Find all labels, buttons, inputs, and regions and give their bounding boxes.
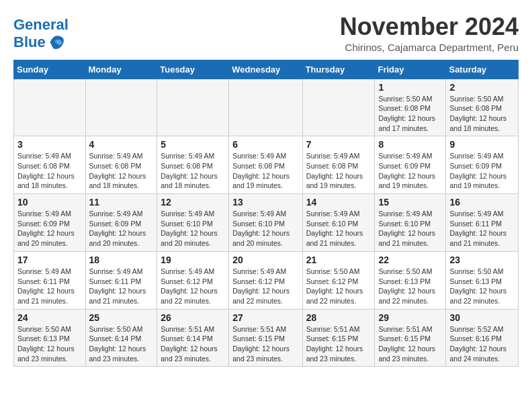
calendar-cell bbox=[302, 79, 375, 136]
weekday-header: Monday bbox=[85, 60, 157, 79]
calendar-cell: 30Sunrise: 5:52 AM Sunset: 6:16 PM Dayli… bbox=[446, 309, 519, 367]
weekday-header: Saturday bbox=[446, 60, 519, 79]
day-info: Sunrise: 5:50 AM Sunset: 6:13 PM Dayligh… bbox=[17, 324, 82, 364]
calendar-cell: 24Sunrise: 5:50 AM Sunset: 6:13 PM Dayli… bbox=[14, 309, 86, 367]
calendar-cell: 15Sunrise: 5:49 AM Sunset: 6:10 PM Dayli… bbox=[375, 194, 446, 252]
calendar-cell: 6Sunrise: 5:49 AM Sunset: 6:08 PM Daylig… bbox=[229, 136, 302, 194]
logo-icon bbox=[47, 33, 66, 52]
day-info: Sunrise: 5:49 AM Sunset: 6:08 PM Dayligh… bbox=[161, 151, 225, 191]
day-number: 25 bbox=[89, 312, 154, 323]
day-number: 24 bbox=[17, 312, 82, 323]
day-info: Sunrise: 5:51 AM Sunset: 6:15 PM Dayligh… bbox=[232, 324, 298, 364]
day-info: Sunrise: 5:49 AM Sunset: 6:10 PM Dayligh… bbox=[232, 209, 298, 248]
calendar-cell: 10Sunrise: 5:49 AM Sunset: 6:09 PM Dayli… bbox=[14, 194, 86, 252]
calendar-cell: 1Sunrise: 5:50 AM Sunset: 6:08 PM Daylig… bbox=[375, 79, 446, 136]
day-info: Sunrise: 5:50 AM Sunset: 6:13 PM Dayligh… bbox=[449, 267, 515, 306]
calendar-cell: 9Sunrise: 5:49 AM Sunset: 6:09 PM Daylig… bbox=[446, 136, 519, 194]
day-info: Sunrise: 5:50 AM Sunset: 6:12 PM Dayligh… bbox=[306, 267, 371, 306]
calendar-cell: 21Sunrise: 5:50 AM Sunset: 6:12 PM Dayli… bbox=[302, 251, 375, 309]
calendar-cell: 26Sunrise: 5:51 AM Sunset: 6:14 PM Dayli… bbox=[157, 309, 229, 367]
logo-blue-text: Blue bbox=[13, 34, 46, 50]
day-number: 18 bbox=[89, 255, 154, 265]
weekday-header: Tuesday bbox=[157, 60, 229, 79]
calendar-cell: 20Sunrise: 5:49 AM Sunset: 6:12 PM Dayli… bbox=[229, 251, 302, 309]
calendar-cell bbox=[157, 79, 229, 136]
day-info: Sunrise: 5:49 AM Sunset: 6:11 PM Dayligh… bbox=[89, 267, 154, 306]
day-info: Sunrise: 5:49 AM Sunset: 6:09 PM Dayligh… bbox=[89, 209, 154, 248]
day-info: Sunrise: 5:49 AM Sunset: 6:10 PM Dayligh… bbox=[378, 209, 442, 248]
weekday-header: Wednesday bbox=[229, 60, 302, 79]
day-number: 13 bbox=[232, 197, 298, 208]
calendar-header: SundayMondayTuesdayWednesdayThursdayFrid… bbox=[14, 60, 519, 79]
day-number: 9 bbox=[449, 139, 515, 150]
day-number: 30 bbox=[449, 312, 515, 323]
day-number: 5 bbox=[161, 139, 225, 150]
day-info: Sunrise: 5:49 AM Sunset: 6:08 PM Dayligh… bbox=[306, 151, 371, 191]
calendar-table: SundayMondayTuesdayWednesdayThursdayFrid… bbox=[13, 60, 519, 367]
day-info: Sunrise: 5:49 AM Sunset: 6:11 PM Dayligh… bbox=[449, 209, 515, 248]
day-number: 11 bbox=[89, 197, 154, 208]
day-info: Sunrise: 5:49 AM Sunset: 6:08 PM Dayligh… bbox=[89, 151, 154, 191]
calendar-cell bbox=[85, 79, 157, 136]
calendar-body: 1Sunrise: 5:50 AM Sunset: 6:08 PM Daylig… bbox=[14, 79, 519, 367]
calendar-cell: 12Sunrise: 5:49 AM Sunset: 6:10 PM Dayli… bbox=[157, 194, 229, 252]
day-info: Sunrise: 5:50 AM Sunset: 6:08 PM Dayligh… bbox=[449, 94, 515, 134]
calendar-cell: 23Sunrise: 5:50 AM Sunset: 6:13 PM Dayli… bbox=[446, 251, 519, 309]
day-number: 7 bbox=[306, 139, 371, 150]
day-info: Sunrise: 5:49 AM Sunset: 6:10 PM Dayligh… bbox=[306, 209, 371, 248]
day-number: 27 bbox=[232, 312, 298, 323]
day-number: 16 bbox=[449, 197, 515, 208]
logo: General Blue bbox=[13, 17, 69, 52]
day-info: Sunrise: 5:49 AM Sunset: 6:08 PM Dayligh… bbox=[232, 151, 298, 191]
day-number: 4 bbox=[89, 139, 154, 150]
day-number: 1 bbox=[378, 82, 442, 93]
day-info: Sunrise: 5:49 AM Sunset: 6:09 PM Dayligh… bbox=[17, 209, 82, 248]
calendar-cell: 29Sunrise: 5:51 AM Sunset: 6:15 PM Dayli… bbox=[375, 309, 446, 367]
day-number: 19 bbox=[161, 255, 225, 265]
day-number: 28 bbox=[306, 312, 371, 323]
weekday-header: Sunday bbox=[14, 60, 86, 79]
calendar-cell: 7Sunrise: 5:49 AM Sunset: 6:08 PM Daylig… bbox=[302, 136, 375, 194]
day-info: Sunrise: 5:50 AM Sunset: 6:14 PM Dayligh… bbox=[89, 324, 154, 364]
day-number: 17 bbox=[17, 255, 82, 265]
day-number: 12 bbox=[161, 197, 225, 208]
calendar-cell: 17Sunrise: 5:49 AM Sunset: 6:11 PM Dayli… bbox=[14, 251, 86, 309]
calendar-week-row: 17Sunrise: 5:49 AM Sunset: 6:11 PM Dayli… bbox=[14, 251, 519, 309]
day-number: 6 bbox=[232, 139, 298, 150]
day-number: 20 bbox=[232, 255, 298, 265]
calendar-cell: 2Sunrise: 5:50 AM Sunset: 6:08 PM Daylig… bbox=[446, 79, 519, 136]
title-block: November 2024 Chirinos, Cajamarca Depart… bbox=[340, 13, 519, 53]
calendar-cell: 14Sunrise: 5:49 AM Sunset: 6:10 PM Dayli… bbox=[302, 194, 375, 252]
day-info: Sunrise: 5:49 AM Sunset: 6:12 PM Dayligh… bbox=[161, 267, 225, 306]
location-title: Chirinos, Cajamarca Department, Peru bbox=[340, 42, 519, 53]
month-title: November 2024 bbox=[340, 13, 519, 40]
day-info: Sunrise: 5:49 AM Sunset: 6:10 PM Dayligh… bbox=[161, 209, 225, 248]
day-info: Sunrise: 5:49 AM Sunset: 6:12 PM Dayligh… bbox=[232, 267, 298, 306]
day-info: Sunrise: 5:50 AM Sunset: 6:08 PM Dayligh… bbox=[378, 94, 442, 134]
day-info: Sunrise: 5:49 AM Sunset: 6:11 PM Dayligh… bbox=[17, 267, 82, 306]
day-info: Sunrise: 5:51 AM Sunset: 6:14 PM Dayligh… bbox=[161, 324, 225, 364]
day-number: 23 bbox=[449, 255, 515, 265]
day-info: Sunrise: 5:51 AM Sunset: 6:15 PM Dayligh… bbox=[378, 324, 442, 364]
day-info: Sunrise: 5:49 AM Sunset: 6:09 PM Dayligh… bbox=[378, 151, 442, 191]
logo-text: General bbox=[13, 17, 69, 33]
calendar-cell: 5Sunrise: 5:49 AM Sunset: 6:08 PM Daylig… bbox=[157, 136, 229, 194]
weekday-header: Thursday bbox=[302, 60, 375, 79]
calendar-cell: 11Sunrise: 5:49 AM Sunset: 6:09 PM Dayli… bbox=[85, 194, 157, 252]
calendar-cell: 28Sunrise: 5:51 AM Sunset: 6:15 PM Dayli… bbox=[302, 309, 375, 367]
calendar-cell: 22Sunrise: 5:50 AM Sunset: 6:13 PM Dayli… bbox=[375, 251, 446, 309]
day-number: 22 bbox=[378, 255, 442, 265]
calendar-cell bbox=[229, 79, 302, 136]
day-number: 8 bbox=[378, 139, 442, 150]
day-number: 14 bbox=[306, 197, 371, 208]
calendar-week-row: 10Sunrise: 5:49 AM Sunset: 6:09 PM Dayli… bbox=[14, 194, 519, 252]
page-header: General Blue November 2024 Chirinos, Caj… bbox=[13, 13, 519, 53]
calendar-cell: 27Sunrise: 5:51 AM Sunset: 6:15 PM Dayli… bbox=[229, 309, 302, 367]
calendar-cell: 19Sunrise: 5:49 AM Sunset: 6:12 PM Dayli… bbox=[157, 251, 229, 309]
day-info: Sunrise: 5:49 AM Sunset: 6:08 PM Dayligh… bbox=[17, 151, 82, 191]
calendar-cell: 25Sunrise: 5:50 AM Sunset: 6:14 PM Dayli… bbox=[85, 309, 157, 367]
day-info: Sunrise: 5:49 AM Sunset: 6:09 PM Dayligh… bbox=[449, 151, 515, 191]
calendar-cell bbox=[14, 79, 86, 136]
day-number: 10 bbox=[17, 197, 82, 208]
day-number: 21 bbox=[306, 255, 371, 265]
